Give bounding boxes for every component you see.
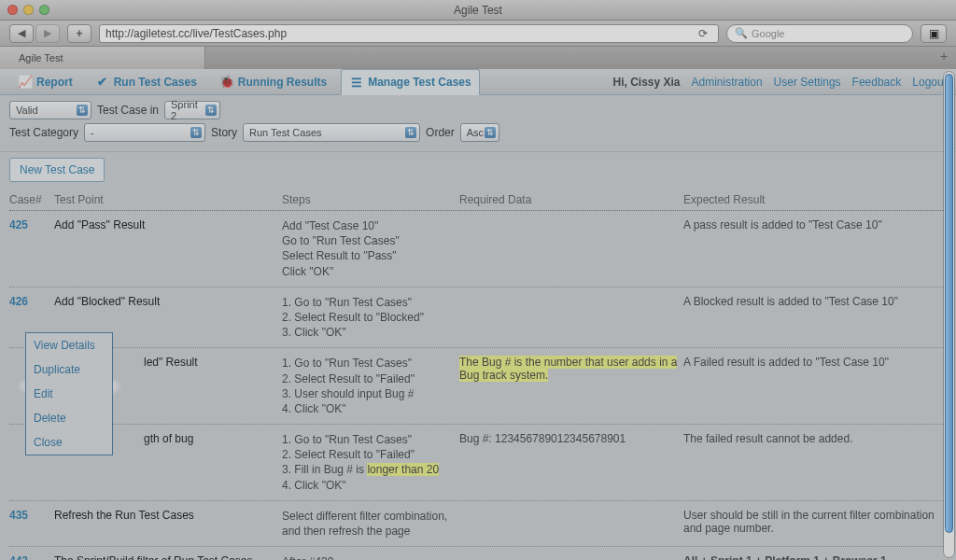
steps: After #439 bbox=[282, 554, 459, 560]
test-point: The Sprint/Build filter of Run Test Case… bbox=[54, 554, 282, 560]
required-data bbox=[459, 218, 683, 279]
search-icon: 🔍 bbox=[735, 27, 748, 39]
test-point: Add "Pass" Result bbox=[54, 218, 282, 279]
check-icon: ✔ bbox=[95, 75, 110, 90]
nav-tab-label: Run Test Cases bbox=[114, 76, 197, 89]
nav-tab-run-test-cases[interactable]: ✔Run Test Cases bbox=[87, 69, 205, 94]
required-data: The Bug # is the number that user adds i… bbox=[459, 356, 683, 416]
app-navbar: 📈Report✔Run Test Cases🐞Running Results☰M… bbox=[0, 69, 956, 95]
nav-link-administration[interactable]: Administration bbox=[692, 76, 763, 89]
required-data bbox=[459, 554, 683, 560]
story-select[interactable]: Run Test Cases bbox=[243, 123, 420, 142]
case-link[interactable]: 443 bbox=[9, 554, 28, 560]
case-link[interactable]: 425 bbox=[9, 218, 28, 231]
add-bookmark-button[interactable]: + bbox=[67, 24, 91, 43]
steps: 1. Go to "Run Test Cases" 2. Select Resu… bbox=[282, 295, 459, 341]
expected-result: A Failed result is added to "Test Case 1… bbox=[683, 356, 947, 416]
test-case-table: Case# Test Point Steps Required Data Exp… bbox=[0, 182, 956, 560]
context-menu-delete[interactable]: Delete bbox=[26, 406, 112, 430]
context-menu-edit[interactable]: Edit bbox=[26, 382, 112, 406]
col-case: Case# bbox=[9, 193, 54, 206]
table-row[interactable]: 435Refresh the Run Test CasesSelect diff… bbox=[9, 501, 947, 547]
search-placeholder: Google bbox=[752, 28, 784, 39]
nav-link-logout[interactable]: Logout bbox=[912, 76, 947, 89]
window-titlebar: Agile Test bbox=[0, 0, 956, 21]
table-row[interactable]: 425Add "Pass" ResultAdd "Test Case 10"Go… bbox=[9, 211, 947, 287]
new-tab-button[interactable]: + bbox=[935, 49, 952, 63]
col-expected: Expected Result bbox=[683, 193, 947, 206]
new-test-case-button[interactable]: New Test Case bbox=[9, 158, 105, 182]
category-select[interactable]: - bbox=[84, 123, 205, 142]
url-text: http://agiletest.cc/live/TestCases.php bbox=[105, 27, 287, 40]
scrollbar-thumb[interactable] bbox=[945, 74, 953, 533]
table-header: Case# Test Point Steps Required Data Exp… bbox=[9, 188, 947, 211]
nav-tab-manage-test-cases[interactable]: ☰Manage Test Cases bbox=[341, 69, 480, 95]
bug-icon: 🐞 bbox=[219, 75, 234, 90]
browser-tab[interactable]: Agile Test bbox=[0, 47, 205, 69]
nav-tab-label: Report bbox=[36, 76, 73, 89]
col-steps: Steps bbox=[282, 193, 459, 206]
search-field[interactable]: 🔍 Google bbox=[726, 24, 913, 43]
label-category: Test Category bbox=[9, 126, 78, 139]
context-menu-duplicate[interactable]: Duplicate bbox=[26, 357, 112, 382]
window-title: Agile Test bbox=[0, 4, 956, 17]
order-select[interactable]: Asc bbox=[460, 123, 499, 142]
reload-icon[interactable]: ⟳ bbox=[694, 27, 712, 40]
browser-tab-label: Agile Test bbox=[19, 52, 63, 63]
label-testcase-in: Test Case in bbox=[97, 104, 159, 117]
expected-result: User should be still in the current filt… bbox=[683, 509, 947, 539]
nav-tab-label: Running Results bbox=[238, 76, 327, 89]
back-button[interactable]: ◀ bbox=[9, 24, 34, 43]
steps: 1. Go to "Run Test Cases" 2. Select Resu… bbox=[282, 356, 459, 416]
greeting: Hi, Cissy Xia bbox=[612, 76, 680, 89]
label-story: Story bbox=[211, 126, 237, 139]
nav-tab-report[interactable]: 📈Report bbox=[9, 69, 81, 94]
nav-right: Hi, Cissy Xia AdministrationUser Setting… bbox=[612, 69, 947, 94]
table-row[interactable]: 426Add "Blocked" Result 1. Go to "Run Te… bbox=[9, 287, 947, 349]
table-row[interactable]: 443The Sprint/Build filter of Run Test C… bbox=[9, 547, 947, 560]
filter-bar: Valid Test Case in Sprint 2 Test Categor… bbox=[0, 95, 956, 152]
browser-toolbar: ◀ ▶ + http://agiletest.cc/live/TestCases… bbox=[0, 21, 956, 47]
validity-select[interactable]: Valid bbox=[9, 101, 91, 119]
nav-link-feedback[interactable]: Feedback bbox=[852, 76, 902, 89]
steps: Add "Test Case 10"Go to "Run Test Cases"… bbox=[282, 218, 459, 279]
app-content: 📈Report✔Run Test Cases🐞Running Results☰M… bbox=[0, 69, 956, 560]
steps: 1. Go to "Run Test Cases" 2. Select Resu… bbox=[282, 432, 459, 493]
url-bar[interactable]: http://agiletest.cc/live/TestCases.php ⟳ bbox=[99, 24, 719, 43]
forward-button[interactable]: ▶ bbox=[35, 24, 60, 43]
context-menu: View DetailsDuplicateEditDeleteClose bbox=[25, 332, 113, 455]
steps: Select different filter combination, and… bbox=[282, 509, 459, 539]
expected-result: A Blocked result is added to "Test Case … bbox=[683, 295, 947, 341]
vertical-scrollbar[interactable] bbox=[943, 71, 955, 558]
table-row[interactable]: led" Result 1. Go to "Run Test Cases" 2.… bbox=[9, 348, 947, 425]
nav-tab-label: Manage Test Cases bbox=[368, 76, 471, 89]
required-data bbox=[459, 509, 683, 539]
bookmarks-button[interactable]: ▣ bbox=[921, 24, 947, 43]
required-data bbox=[459, 295, 683, 341]
nav-tab-running-results[interactable]: 🐞Running Results bbox=[211, 69, 335, 94]
col-testpoint: Test Point bbox=[54, 193, 282, 206]
chart-icon: 📈 bbox=[18, 75, 33, 90]
actions-bar: New Test Case bbox=[0, 152, 956, 182]
case-link[interactable]: 435 bbox=[9, 509, 28, 522]
context-menu-close[interactable]: Close bbox=[26, 430, 112, 455]
case-link[interactable]: 426 bbox=[9, 295, 28, 308]
expected-result: The failed result cannot be added. bbox=[683, 432, 947, 493]
required-data: Bug #: 123456789012345678901 bbox=[459, 432, 683, 493]
table-row[interactable]: gth of bug 1. Go to "Run Test Cases" 2. … bbox=[9, 425, 947, 501]
expected-result: A pass result is added to "Test Case 10" bbox=[683, 218, 947, 279]
col-required: Required Data bbox=[459, 193, 683, 206]
expected-result: All + Sprint 1 + Platform 1 + Browser 1T… bbox=[683, 554, 947, 560]
context-menu-view-details[interactable]: View Details bbox=[26, 333, 112, 357]
sprint-select[interactable]: Sprint 2 bbox=[164, 101, 220, 119]
test-point: Refresh the Run Test Cases bbox=[54, 509, 282, 539]
checklist-icon: ☰ bbox=[349, 75, 364, 90]
browser-tabbar: Agile Test + bbox=[0, 47, 956, 69]
nav-link-user-settings[interactable]: User Settings bbox=[774, 76, 841, 89]
label-order: Order bbox=[426, 126, 455, 139]
